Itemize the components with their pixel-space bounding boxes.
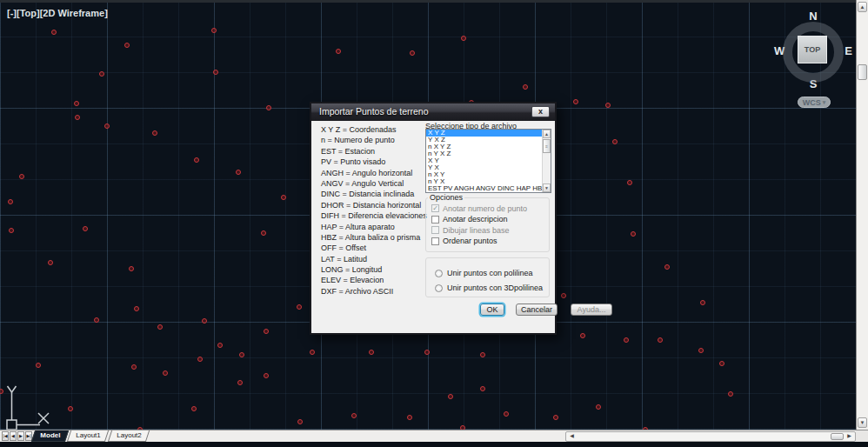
viewcube[interactable]: N S W E TOP (780, 11, 846, 93)
tab-layout1[interactable]: Layout1 (67, 430, 110, 442)
viewport-controls-label[interactable]: [-][Top][2D Wireframe] (7, 8, 108, 18)
terrain-point (48, 260, 53, 265)
chevron-down-icon: ▾ (823, 99, 826, 106)
terrain-point (664, 264, 670, 270)
abbreviation-definitions-list: X Y Z = Coordenadasn = Numero de puntoES… (321, 124, 427, 297)
terrain-point (523, 84, 528, 90)
terrain-point (631, 231, 636, 237)
terrain-point (310, 350, 315, 355)
scroll-left-button[interactable]: ◀ (567, 432, 577, 441)
checkbox-label: Anotar numero de punto (443, 204, 527, 213)
tab-layout2[interactable]: Layout2 (107, 430, 150, 442)
scroll-up-button[interactable]: ▲ (858, 2, 867, 12)
terrain-point (612, 139, 618, 144)
terrain-point (351, 413, 357, 418)
definition-item: LONG = Longitud (321, 264, 427, 275)
radio-button-icon[interactable] (435, 284, 443, 292)
listbox-scrollbar[interactable]: ▲ ≡ ▼ (542, 130, 551, 192)
horizontal-scrollbar[interactable]: ◀ ▶ (565, 431, 856, 442)
definition-item: DINC = Distancia inclinada (321, 189, 427, 199)
dialog-titlebar[interactable]: Importar Puntos de terreno x (311, 103, 555, 121)
options-group-label: Opciones (428, 193, 464, 202)
terrain-point (124, 43, 130, 48)
radio-row[interactable]: Unir puntos con 3Dpolilinea (435, 284, 549, 292)
listbox-scroll-down-button[interactable]: ▼ (543, 183, 551, 192)
terrain-point (504, 411, 509, 417)
listbox-scroll-thumb[interactable]: ≡ (543, 139, 551, 153)
terrain-point (561, 293, 566, 298)
status-strip (0, 442, 868, 447)
wcs-label: WCS (803, 98, 821, 107)
terrain-point (8, 199, 13, 204)
terrain-point (480, 352, 485, 357)
close-button[interactable]: x (531, 106, 550, 117)
terrain-point (197, 357, 203, 362)
definition-item: OFF = Offset (321, 243, 427, 253)
terrain-point (728, 391, 733, 397)
checkbox-unchecked-icon[interactable] (431, 237, 439, 245)
terrain-point (9, 228, 14, 233)
checkbox-row[interactable]: Dibujar lineas base (431, 226, 549, 235)
tab-navigation-buttons: |◀◀▶▶| (2, 431, 32, 441)
viewcube-top-face[interactable]: TOP (798, 36, 827, 63)
checkbox-unchecked-icon[interactable] (431, 216, 439, 224)
terrain-point (480, 386, 485, 391)
wcs-menu[interactable]: WCS ▾ (798, 97, 831, 108)
terrain-point (51, 30, 57, 35)
radio-label: Unir puntos con 3Dpolilinea (447, 284, 543, 292)
tab-label: Layout1 (76, 430, 100, 440)
checkbox-unchecked-icon[interactable] (431, 226, 439, 234)
definition-item: DHOR = Distancia horizontal (321, 200, 427, 210)
terrain-point (580, 333, 585, 338)
radio-row[interactable]: Unir puntos con polilinea (435, 269, 549, 277)
help-button[interactable]: Ayuda... (571, 304, 612, 316)
terrain-point (297, 419, 303, 424)
radio-button-icon[interactable] (435, 270, 443, 277)
terrain-point (74, 101, 79, 106)
checkbox-row[interactable]: Ordenar puntos (431, 237, 549, 245)
checkbox-row[interactable]: ✓Anotar numero de punto (431, 204, 549, 213)
terrain-point (157, 324, 163, 330)
vertical-scrollbar[interactable]: ▲ ▼ (856, 0, 868, 430)
terrain-point (448, 394, 453, 399)
terrain-point (217, 343, 223, 348)
ok-button[interactable]: OK (480, 304, 504, 316)
scroll-down-button[interactable]: ▼ (858, 417, 867, 428)
listbox-scroll-up-button[interactable]: ▲ (543, 130, 551, 138)
scroll-right-button[interactable]: ▶ (845, 432, 854, 441)
terrain-point (261, 230, 266, 236)
tab-label: Model (40, 430, 60, 440)
definition-item: n = Numero de punto (321, 135, 427, 145)
terrain-point (700, 300, 705, 305)
tab-nav-button[interactable]: ◀ (10, 431, 17, 441)
autocad-window: [-][Top][2D Wireframe] N S W E TOP WCS ▾ (0, 0, 868, 447)
tab-nav-button[interactable]: |◀ (2, 431, 9, 441)
checkbox-checked-icon[interactable]: ✓ (431, 204, 439, 212)
terrain-point (297, 304, 302, 310)
terrain-point (19, 174, 24, 179)
terrain-point (129, 266, 134, 271)
terrain-point (104, 123, 110, 129)
terrain-point (407, 415, 412, 420)
tab-label: Layout2 (117, 430, 141, 440)
file-type-listbox[interactable]: X Y ZY X Zn X Y Zn Y X ZX YY Xn X Yn Y X… (425, 129, 551, 193)
terrain-point (194, 157, 199, 163)
file-type-option[interactable]: n Y X Z (426, 150, 551, 157)
terrain-point (75, 115, 80, 120)
viewcube-north-label[interactable]: N (809, 10, 817, 23)
vertical-scroll-thumb[interactable] (858, 64, 867, 80)
definition-item: DIFH = Diferencia elevaciones (321, 210, 427, 221)
viewcube-east-label[interactable]: E (845, 44, 852, 57)
terrain-point (211, 28, 217, 33)
file-type-option[interactable]: EST PV ANGH ANGV DINC HAP HBZ (426, 185, 551, 192)
tab-nav-button[interactable]: ▶ (17, 431, 24, 441)
terrain-point (264, 373, 269, 378)
file-type-option[interactable]: X Y (426, 157, 551, 164)
horizontal-scroll-thumb[interactable] (831, 433, 844, 440)
tab-model[interactable]: Model (31, 430, 69, 442)
cancel-button[interactable]: Cancelar (516, 304, 558, 316)
definition-item: LAT = Latitud (321, 254, 427, 264)
checkbox-row[interactable]: Anotar descripcion (431, 215, 549, 224)
file-type-option[interactable]: n X Y (426, 171, 551, 178)
file-type-option[interactable]: Y X (426, 164, 551, 171)
